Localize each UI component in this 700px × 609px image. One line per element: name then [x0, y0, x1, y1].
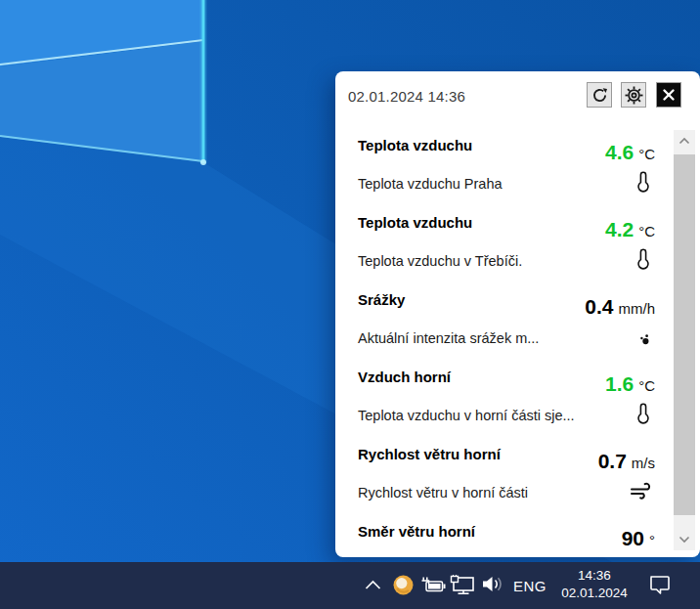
scrollbar-up-button[interactable] — [674, 130, 695, 152]
settings-button[interactable] — [621, 82, 646, 108]
sensor-title: Teplota vzduchu — [358, 214, 472, 231]
sensor-row[interactable]: Srážky 0.4mm/h Aktuální intenzita srážek… — [358, 291, 655, 369]
weather-widget-popup: 02.01.2024 14:36 — [335, 71, 700, 557]
sensor-row[interactable]: Vzduch horní 1.6°C Teplota vzduchu v hor… — [358, 369, 655, 446]
sensor-list: Teplota vzduchu 4.6°C Teplota vzduchu Pr… — [358, 137, 655, 600]
sensor-row[interactable]: Rychlost větru horní 0.7m/s Rychlost vět… — [358, 446, 655, 523]
sensor-subtitle: Teplota vzduchu Praha — [358, 176, 503, 192]
taskbar: ENG 14:36 02.01.2024 — [0, 562, 700, 609]
scrollbar-down-button[interactable] — [674, 529, 695, 550]
sensor-unit: °C — [638, 223, 655, 239]
thermometer-icon — [632, 401, 655, 426]
sensor-unit: m/s — [632, 455, 655, 471]
sensor-title: Teplota vzduchu — [358, 137, 472, 153]
refresh-icon — [591, 87, 608, 104]
speaker-icon[interactable] — [481, 576, 506, 592]
raindrops-icon — [635, 326, 655, 347]
sensor-title: Směr větru horní — [358, 523, 475, 540]
scrollbar-track[interactable] — [674, 130, 695, 550]
wind-icon — [630, 482, 655, 500]
sensor-unit: mm/h — [619, 300, 656, 317]
language-indicator[interactable]: ENG — [513, 562, 547, 609]
chevron-down-icon — [678, 536, 690, 544]
taskbar-clock[interactable]: 14:36 02.01.2024 — [550, 567, 638, 602]
show-hidden-icons-button[interactable] — [365, 580, 381, 590]
sensor-value: 4.6 — [605, 141, 634, 163]
sensor-value: 0.4 — [585, 295, 613, 318]
sensor-title: Rychlost větru horní — [358, 446, 501, 462]
close-button[interactable] — [656, 82, 681, 108]
sensor-subtitle: Teplota vzduchu v horní části sje... — [358, 408, 575, 423]
taskbar-time: 14:36 — [550, 567, 638, 585]
refresh-button[interactable] — [587, 82, 612, 108]
sensor-row[interactable]: Teplota vzduchu 4.2°C Teplota vzduchu v … — [358, 214, 655, 291]
thermometer-icon — [632, 169, 655, 195]
popup-datetime: 02.01.2024 14:36 — [348, 88, 465, 105]
sensor-value: 0.7 — [598, 450, 627, 472]
close-icon — [661, 87, 677, 103]
sensor-unit: °C — [638, 377, 655, 394]
app-ring-icon[interactable] — [392, 574, 415, 596]
sensor-unit: °C — [638, 146, 655, 162]
sensor-subtitle: Aktuální intenzita srážek m... — [358, 330, 539, 346]
sensor-subtitle: Teplota vzduchu v Třebíči. — [358, 253, 522, 269]
thermometer-icon — [632, 246, 655, 272]
sensor-unit: ° — [649, 532, 655, 548]
sensor-title: Srážky — [358, 291, 405, 308]
sensor-subtitle: Rychlost větru v horní části — [358, 485, 528, 500]
action-center-button[interactable] — [648, 575, 672, 595]
scrollbar-thumb[interactable] — [674, 154, 695, 515]
taskbar-date: 02.01.2024 — [550, 585, 638, 602]
sensor-value: 1.6 — [605, 372, 634, 395]
action-center-icon — [648, 575, 672, 595]
sensor-value: 90 — [622, 527, 644, 549]
sensor-title: Vzduch horní — [358, 369, 451, 385]
sensor-row[interactable]: Teplota vzduchu 4.6°C Teplota vzduchu Pr… — [358, 137, 655, 214]
ethernet-icon[interactable] — [450, 575, 476, 595]
chevron-up-icon — [678, 137, 690, 145]
battery-charging-icon[interactable] — [420, 576, 447, 594]
sensor-value: 4.2 — [605, 218, 634, 240]
chevron-up-icon — [365, 580, 381, 590]
gear-icon — [625, 86, 643, 105]
